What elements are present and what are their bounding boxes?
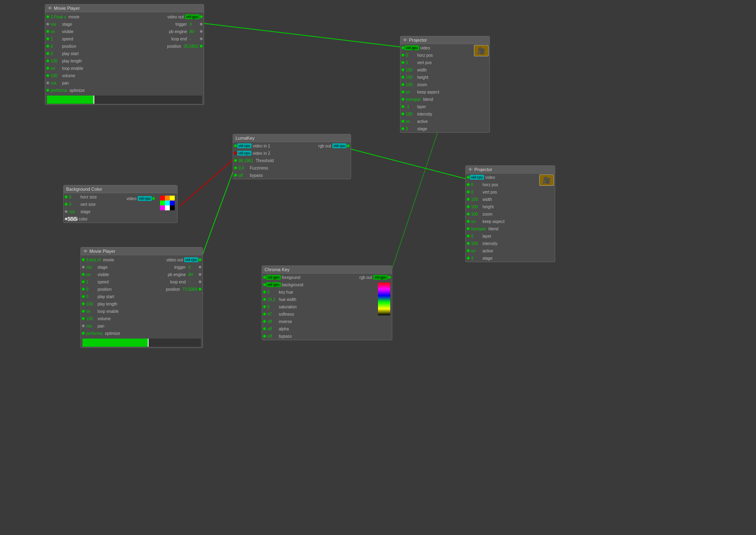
proj2-port-keepaspect[interactable] — [467, 220, 470, 223]
mp1-port-loopend[interactable] — [200, 37, 203, 40]
mp1-port-playstart[interactable] — [46, 52, 49, 55]
proj2-row-vertpos[interactable]: 0 vert pos — [466, 188, 538, 196]
bg-row-stage[interactable]: n/a stage — [64, 208, 123, 215]
bg-port-vertsize[interactable] — [64, 203, 68, 206]
chroma-port-keyhue[interactable] — [263, 290, 266, 294]
proj1-row-zoom[interactable]: 100 zoom — [400, 81, 473, 88]
proj1-port-stage[interactable] — [401, 127, 405, 130]
mp2-row-loopend[interactable]: loop end - — [146, 278, 202, 285]
proj2-row-keepaspect[interactable]: on keep aspect — [466, 218, 538, 225]
mp1-row-optimize[interactable]: performa optimize — [45, 87, 127, 94]
bg-port-color[interactable] — [64, 217, 68, 221]
luma-row-videoin1[interactable]: vid-cpu video in 1 — [233, 142, 316, 149]
chroma-port-softness[interactable] — [263, 312, 266, 316]
proj1-row-layer[interactable]: -1 layer — [400, 103, 473, 110]
proj2-row-height[interactable]: 100 height — [466, 203, 538, 210]
luma-row-threshold[interactable]: 98,1961 Threshold — [233, 157, 316, 164]
proj1-port-layer[interactable] — [401, 105, 405, 108]
chroma-row-rgbout[interactable]: rgb out vid-gpu — [357, 274, 392, 281]
chroma-row-foregound[interactable]: vid-gpu foregound — [262, 274, 357, 281]
proj1-port-blend[interactable] — [401, 98, 405, 101]
mp1-port-pan[interactable] — [46, 81, 49, 85]
chroma-port-huewidth[interactable] — [263, 298, 266, 301]
mp1-port-loopen[interactable] — [46, 67, 49, 70]
mp2-port-speed[interactable] — [82, 280, 85, 283]
mp1-row-volume[interactable]: 100 volume — [45, 72, 127, 79]
proj2-port-zoom[interactable] — [467, 212, 470, 216]
mp1-port-pbengine[interactable] — [200, 30, 203, 33]
mp1-port-trigger[interactable] — [200, 22, 203, 26]
luma-port-rgbout[interactable] — [347, 144, 350, 147]
proj1-row-vertpos[interactable]: 0 vert pos — [400, 59, 473, 66]
mp2-row-playlength[interactable]: 100 play length — [81, 300, 146, 308]
mp1-row-position[interactable]: 0 position — [45, 42, 127, 50]
chroma-port-bypass[interactable] — [263, 334, 266, 338]
chroma-row-saturation[interactable]: 0 saturation — [262, 303, 357, 310]
mp2-port-stage[interactable] — [82, 265, 85, 269]
proj2-row-horzpos[interactable]: 0 horz pos — [466, 181, 538, 188]
luma-port-videoin1[interactable] — [234, 144, 237, 147]
chroma-port-saturation[interactable] — [263, 305, 266, 308]
proj2-port-horzpos[interactable] — [467, 183, 470, 186]
proj2-port-height[interactable] — [467, 205, 470, 208]
mp2-port-movie[interactable] — [82, 258, 85, 261]
bg-row-vertsize[interactable]: 0 vert size — [64, 201, 123, 208]
proj1-port-height[interactable] — [401, 76, 405, 79]
proj2-row-zoom[interactable]: 100 zoom — [466, 210, 538, 218]
chroma-row-background[interactable]: vid-gpu background — [262, 281, 357, 288]
proj2-row-active[interactable]: on active — [466, 247, 538, 254]
luma-port-fuzziness[interactable] — [234, 166, 237, 169]
proj2-port-active[interactable] — [467, 249, 470, 252]
proj1-port-vertpos[interactable] — [401, 61, 405, 64]
luma-row-bypass[interactable]: off bypass — [233, 172, 316, 179]
mp2-row-pan[interactable]: n/a pan — [81, 322, 146, 330]
mp2-row-speed[interactable]: 1 speed — [81, 278, 146, 285]
proj1-port-active[interactable] — [401, 120, 405, 123]
mp2-port-pbengine[interactable] — [198, 273, 202, 276]
mp1-port-position[interactable] — [46, 45, 49, 48]
mp2-row-pbengine[interactable]: pb engine AV — [146, 271, 202, 278]
mp1-port-movie[interactable] — [46, 15, 49, 18]
mp2-port-visible[interactable] — [82, 273, 85, 276]
proj1-port-keepaspect[interactable] — [401, 90, 405, 94]
mp2-row-stage[interactable]: n/a stage — [81, 263, 146, 271]
mp1-row-pos[interactable]: position 35,5862 — [127, 42, 204, 50]
mp2-row-pos[interactable]: position 73,5089 — [146, 285, 202, 293]
chroma-row-alpha[interactable]: off alpha — [262, 325, 357, 332]
bg-row-horzsize[interactable]: 0 horz size — [64, 193, 123, 201]
luma-row-fuzziness[interactable]: 0,6 Fuzziness — [233, 164, 316, 172]
chroma-port-inverse[interactable] — [263, 320, 266, 323]
proj1-port-horzpos[interactable] — [401, 54, 405, 57]
mp2-row-visible[interactable]: on visible — [81, 271, 146, 278]
mp2-port-trigger[interactable] — [198, 265, 202, 269]
mp1-port-speed[interactable] — [46, 37, 49, 40]
proj1-row-height[interactable]: 100 height — [400, 74, 473, 81]
proj1-row-stage[interactable]: 3 stage — [400, 125, 473, 132]
proj2-row-width[interactable]: 100 width — [466, 196, 538, 203]
proj2-port-video[interactable] — [467, 176, 470, 179]
mp1-port-stage[interactable] — [46, 22, 49, 26]
mp2-port-volume[interactable] — [82, 317, 85, 320]
proj2-row-blend[interactable]: transpar blend — [466, 225, 538, 232]
proj1-row-horzpos[interactable]: 0 horz pos — [400, 51, 473, 59]
proj1-row-active[interactable]: on active — [400, 118, 473, 125]
mp1-row-stage[interactable]: n/a stage — [45, 20, 127, 28]
mp1-row-pbengine[interactable]: pb engine AV — [127, 28, 204, 35]
mp1-row-videoout[interactable]: video out vid-gpu — [127, 13, 204, 20]
proj1-port-intensity[interactable] — [401, 112, 405, 116]
mp1-row-playlength[interactable]: 100 play length — [45, 57, 127, 65]
proj2-port-layer[interactable] — [467, 234, 470, 238]
mp2-row-loopen[interactable]: on loop enable — [81, 308, 146, 315]
proj1-row-blend[interactable]: transpar blend — [400, 96, 473, 103]
luma-row-videoin2[interactable]: vid-cpu video in 2 — [233, 149, 316, 157]
proj2-row-video[interactable]: vid-cpu video — [466, 174, 538, 181]
mp1-port-optimize[interactable] — [46, 89, 49, 92]
mp1-port-volume[interactable] — [46, 74, 49, 77]
mp2-row-optimize[interactable]: performa optimize — [81, 330, 146, 337]
mp1-port-playlength[interactable] — [46, 59, 49, 62]
luma-port-threshold[interactable] — [234, 159, 237, 162]
mp1-row-pan[interactable]: n/a pan — [45, 79, 127, 87]
proj1-row-video[interactable]: vid-gpu video — [400, 44, 473, 51]
bg-row-color[interactable]: color — [64, 215, 123, 223]
chroma-port-foregound[interactable] — [263, 276, 266, 279]
